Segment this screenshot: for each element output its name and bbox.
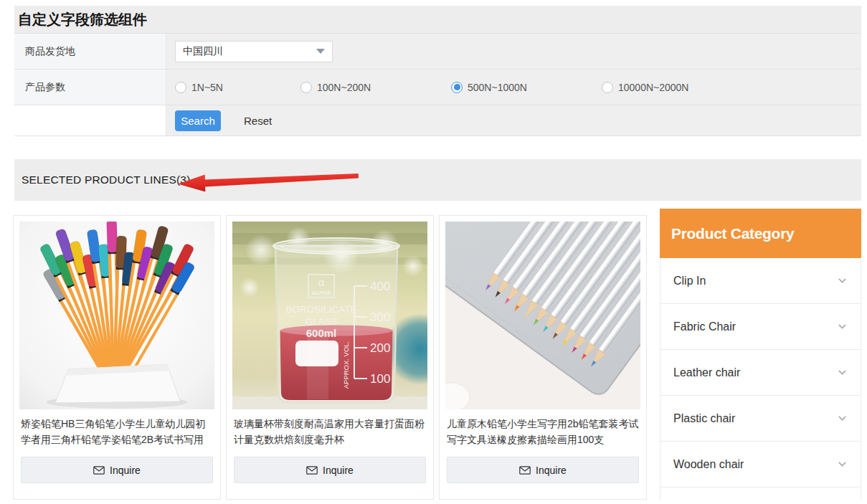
reset-button[interactable]: Reset [240,114,276,128]
inquire-button[interactable]: Inquire [21,457,213,483]
selected-lines-bar: SELECTED PRODUCT LINES(3)： [14,159,861,201]
product-params-label: 产品参数 [14,70,166,105]
radio-option-100n-200n[interactable]: 100N~200N [300,82,451,93]
envelope-icon [519,466,531,475]
beaker-line2: GLASS [305,316,337,327]
sidebar-item-fabric-chair[interactable]: Fabric Chair [660,304,861,350]
product-card[interactable]: α ALPHA BOROSILICATE GLASS 600ml APPROX.… [226,215,434,500]
inquire-label: Inquire [110,465,141,476]
product-title[interactable]: 玻璃量杯带刻度耐高温家用大容量打蛋面粉计量克数烘焙刻度毫升杯 [234,417,426,449]
chevron-down-icon [838,370,846,375]
sidebar-title: Product Category [660,209,861,258]
envelope-icon [306,466,318,475]
actions-label-spacer [14,105,166,135]
radio-label: 500N~1000N [468,82,527,93]
filter-panel: 自定义字段筛选组件 商品发货地 中国四川 产品参数 1N~5N 100N~200… [14,6,861,136]
chevron-down-icon [838,324,846,329]
beaker-scale-400: 400 [370,280,390,293]
radio-label: 10000N~2000N [618,82,688,93]
radio-selected-icon [451,82,463,93]
sidebar-item-label: Leather chair [673,366,740,379]
search-button[interactable]: Search [175,110,221,131]
sidebar-item-clip-in[interactable]: Clip In [660,258,861,304]
envelope-icon [93,466,105,475]
page: 自定义字段筛选组件 商品发货地 中国四川 产品参数 1N~5N 100N~200… [0,0,867,504]
product-image-pencil-tin[interactable] [445,222,640,409]
sidebar-item-label: Clip In [673,275,706,287]
radio-option-1n-5n[interactable]: 1N~5N [175,82,300,93]
form-row-actions: Search Reset [14,105,861,136]
sidebar-item-wooden-chair[interactable]: Wooden chair [660,442,861,488]
selected-lines-heading: SELECTED PRODUCT LINES(3)： [14,173,202,188]
form-row-product-params: 产品参数 1N~5N 100N~200N 500N~1000N 10000N~2… [14,69,861,105]
radio-label: 100N~200N [317,82,371,93]
chevron-down-icon [838,462,846,467]
product-card[interactable]: 儿童原木铅笔小学生写字用2b铅笔套装考试写字文具送橡皮擦素描绘画用100支 In… [439,215,647,500]
beaker-scale-100: 100 [370,372,390,386]
inquire-button[interactable]: Inquire [234,457,426,483]
sidebar-item-label: Fabric Chair [673,320,736,333]
beaker-scale-200: 200 [370,341,390,355]
radio-option-500n-1000n[interactable]: 500N~1000N [451,82,602,93]
product-title[interactable]: 儿童原木铅笔小学生写字用2b铅笔套装考试写字文具送橡皮擦素描绘画用100支 [447,417,639,449]
product-category-sidebar: Product Category Clip In Fabric Chair Le… [660,209,861,500]
beaker-scale-300: 300 [370,310,390,324]
red-arrow-annotation [176,168,362,192]
ship-origin-label: 商品发货地 [14,34,166,69]
caret-down-icon [316,49,325,54]
sidebar-item-label: Plastic chair [673,412,735,425]
sidebar-item-plastic-chair[interactable]: Plastic chair [660,396,861,442]
product-card[interactable]: 矫姿铅笔HB三角铅笔小学生儿童幼儿园初学者用三角杆铅笔学姿铅笔2B考试书写用矫正… [13,215,221,500]
inquire-button[interactable]: Inquire [447,457,639,483]
product-image-measuring-beaker[interactable]: α ALPHA BOROSILICATE GLASS 600ml APPROX.… [232,222,427,409]
radio-option-10000n-2000n[interactable]: 10000N~2000N [602,82,688,93]
inquire-label: Inquire [323,465,354,476]
sidebar-item-partial [660,488,861,500]
ship-origin-select[interactable]: 中国四川 [175,41,333,62]
beaker-line1: BOROSILICATE [286,304,357,315]
sidebar-item-label: Wooden chair [673,458,744,471]
radio-icon [300,82,312,93]
beaker-alpha-text: ALPHA [311,290,331,296]
beaker-approx-vol: APPROX. VOL. [342,341,350,389]
product-image-colored-pens[interactable] [19,222,214,409]
radio-icon [602,82,613,93]
chevron-down-icon [838,416,846,421]
beaker-alpha-symbol: α [318,276,325,288]
sidebar-item-leather-chair[interactable]: Leather chair [660,350,861,396]
beaker-volume: 600ml [306,327,337,339]
ship-origin-value: 中国四川 [183,45,223,58]
radio-icon [175,82,186,93]
product-title[interactable]: 矫姿铅笔HB三角铅笔小学生儿童幼儿园初学者用三角杆铅笔学姿铅笔2B考试书写用矫正 [21,417,213,449]
chevron-down-icon [838,278,846,283]
form-row-ship-origin: 商品发货地 中国四川 [14,33,861,69]
page-title: 自定义字段筛选组件 [14,6,861,33]
radio-label: 1N~5N [191,82,223,93]
inquire-label: Inquire [536,465,567,476]
